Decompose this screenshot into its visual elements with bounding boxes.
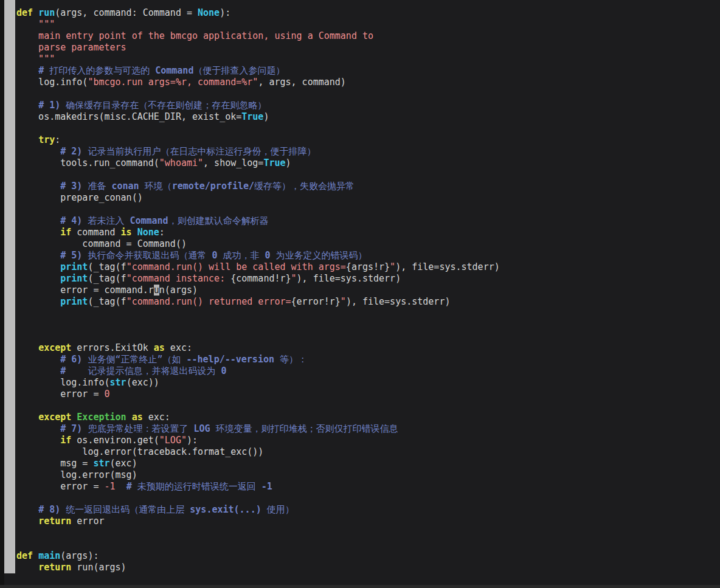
code-token [16,365,60,376]
code-token: "command instance: [126,273,231,284]
code-token: """ [16,19,55,30]
code-token: (exc) [110,458,137,469]
code-line: except Exception as exc: [16,412,720,423]
code-token: main entry point of the bmcgo applicatio… [16,30,373,41]
code-token: os.makedirs(misc.CACHE_DIR, exist_ok= [16,111,241,122]
code-token: (args, command: Command = [55,7,198,18]
code-token: None [137,227,159,238]
code-token [16,227,60,238]
code-line [16,400,720,412]
code-token: 确保缓存目录存在（不存在则创建；存在则忽略） [66,100,266,111]
code-token: 准备 [88,181,111,192]
code-token: def [16,7,38,18]
code-token: if [60,227,71,238]
code-line: # 8) 统一返回退出码（通常由上层 sys.exit(...) 使用） [16,504,720,516]
code-token: Command [130,215,168,226]
code-line: tools.run_command("whoami", show_log=Tru… [16,157,720,169]
scrollbar-thumb[interactable] [4,0,15,573]
code-line: """ [16,54,720,65]
code-token: # [38,65,49,76]
code-token: # 4) [60,215,88,226]
code-token: "LOG" [159,435,187,446]
code-token: "bmcgo.run args=%r, command=%r" [88,77,258,88]
left-scrollbar[interactable] [4,0,15,588]
code-token: 使用） [261,504,294,515]
code-token [16,412,38,423]
code-line: """ [16,19,720,30]
code-token: 0 [105,389,110,399]
code-line: # 1) 确保缓存目录存在（不存在则创建；存在则忽略） [16,100,720,111]
code-line [16,331,720,342]
code-token [116,481,126,492]
code-token: (_tag(f [88,261,126,272]
code-token [16,261,60,272]
code-token: 若未注入 [88,215,130,226]
code-token: 为业务定义的错误码） [271,250,367,261]
window-bottom-edge [0,585,720,588]
code-token: # 6) [60,354,88,365]
code-token [132,227,137,238]
terminal-window: def run(args, command: Command = None): … [0,0,720,588]
code-line: return error [16,516,720,527]
code-line: try: [16,134,720,146]
code-token: log.info( [16,377,110,388]
code-token: str [93,458,109,469]
code-token: def [16,550,38,561]
code-token: prepare_conan() [16,192,143,203]
code-line: # 打印传入的参数与可选的 Command（便于排查入参问题） [16,65,720,77]
code-token: --help/--version [187,354,275,365]
code-line: log.error(traceback.format_exc()) [16,446,720,458]
code-line: error = -1 # 未预期的运行时错误统一返回 -1 [16,481,720,493]
code-token [16,296,60,307]
code-token: ): [187,435,198,446]
code-token: "whoami" [159,157,203,168]
code-line [16,493,720,504]
code-line: except errors.ExitOk as exc: [16,342,720,354]
code-token: " [291,273,297,284]
code-token: try [38,134,55,145]
code-token: : [55,134,60,145]
code-line: def run(args, command: Command = None): [16,7,720,19]
code-line: # 6) 业务侧“正常终止”（如 --help/--version 等）： [16,354,720,365]
code-line: # 7) 兜底异常处理：若设置了 LOG 环境变量，则打印堆栈；否则仅打印错误信… [16,423,720,435]
code-token: 统一返回退出码（通常由上层 [66,504,190,515]
code-token: (_tag(f [88,273,126,284]
code-line: def main(args): [16,550,720,562]
code-area[interactable]: def run(args, command: Command = None): … [16,7,720,573]
code-token: : [159,227,165,238]
code-token: （便于排查入参问题） [193,65,285,76]
code-token: 执行命令并获取退出码（通常 [88,250,212,261]
code-token: return [38,562,71,573]
code-token: None [198,7,220,18]
code-line [16,169,720,181]
code-token: # 8) [38,504,66,515]
code-token [16,134,38,145]
code-token: 等）： [274,354,307,365]
code-line: log.info(str(exc)) [16,377,720,389]
code-token: 未预期的运行时错误统一返回 [137,481,261,492]
code-line: if os.environ.get("LOG"): [16,435,720,446]
code-line [16,539,720,550]
code-token [16,181,60,192]
code-token: error [71,516,104,527]
code-token [16,504,38,515]
code-token: {args!r} [346,261,390,272]
code-token: ), file=sys.stderr) [395,261,500,272]
code-token: command [71,227,120,238]
code-token: log.error(traceback.format_exc()) [16,446,263,457]
code-token: "command.run() returned error= [126,296,291,307]
code-token: 打印传入的参数与可选的 [49,65,155,76]
code-token: run(args) [71,562,126,573]
code-token: ), file=sys.stderr) [297,273,401,284]
code-token: conan [111,181,139,192]
code-line: os.makedirs(misc.CACHE_DIR, exist_ok=Tru… [16,111,720,123]
text-cursor: u [154,285,159,296]
code-line: return run(args) [16,562,720,573]
code-token: exc: [143,412,170,423]
code-token: 业务侧“正常终止”（如 [88,354,186,365]
code-token [16,562,38,573]
code-token: error = [16,389,105,399]
code-token: except [38,342,71,353]
code-token [16,215,60,226]
code-token: run [38,7,55,18]
